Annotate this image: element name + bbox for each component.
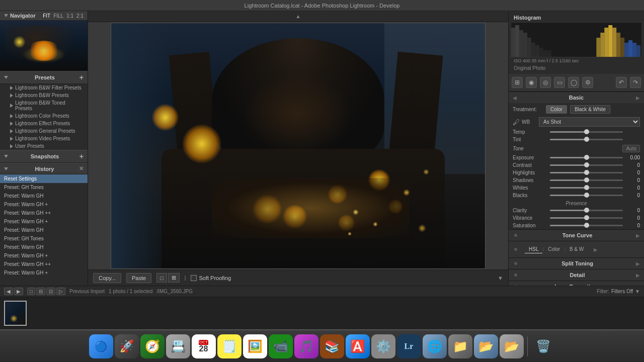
history-item-1[interactable]: Preset: GH Tones [0, 183, 88, 192]
snapshots-header[interactable]: Snapshots + [0, 150, 88, 163]
navigator-thumbnail[interactable] [0, 21, 88, 71]
history-item-9[interactable]: Preset: Warm GH + [0, 251, 88, 260]
exposure-slider[interactable] [550, 157, 623, 158]
main-photo[interactable] [111, 23, 486, 269]
saturation-slider[interactable] [550, 225, 623, 226]
temp-slider[interactable] [550, 131, 623, 133]
nav-next-btn[interactable]: ▶ [14, 288, 23, 295]
history-item-8[interactable]: Preset: Warm GH [0, 243, 88, 251]
preset-item-bw-toned[interactable]: Lightroom B&W Toned Presets [0, 99, 88, 112]
history-item-3[interactable]: Preset: Warm GH + [0, 200, 88, 209]
presets-add-btn[interactable]: + [79, 73, 84, 81]
preset-item-bw[interactable]: Lightroom B&W Presets [0, 92, 88, 99]
filmstrip-thumb-0[interactable] [4, 301, 27, 326]
contrast-slider[interactable] [550, 164, 623, 166]
preset-item-color[interactable]: Lightroom Color Presets [0, 112, 88, 120]
tab-color[interactable]: Color [544, 245, 564, 253]
history-item-0[interactable]: Reset Settings [0, 174, 88, 183]
tab-bw[interactable]: B & W [566, 245, 588, 253]
vibrance-slider[interactable] [550, 217, 623, 219]
history-clear-btn[interactable]: ✕ [79, 165, 84, 172]
folder3-icon[interactable]: 📂 [500, 334, 524, 358]
navigator-header[interactable]: Navigator FIT FILL 1:1 2:1 [0, 11, 88, 21]
presets-header[interactable]: Presets + [0, 71, 88, 84]
split-toning-header[interactable]: Split Toning ▶ [509, 258, 644, 269]
safari-icon[interactable]: 🧭 [140, 334, 165, 358]
highlights-slider[interactable] [550, 172, 623, 173]
crop-tool[interactable]: ⊞ [512, 77, 523, 88]
original-photo-link[interactable]: Original Photo [511, 64, 642, 72]
history-item-10[interactable]: Preset: Warm GH ++ [0, 260, 88, 268]
detail-header[interactable]: Detail ▶ [509, 269, 644, 281]
soft-proof-checkbox[interactable] [191, 275, 197, 281]
auto-tone-btn[interactable]: Auto [622, 145, 640, 152]
bottom-dropdown-arrow[interactable]: ▼ [498, 275, 503, 281]
single-mode-btn[interactable]: □ [27, 288, 35, 295]
redo-icon[interactable]: ↷ [630, 77, 641, 88]
blacks-slider[interactable] [550, 195, 623, 196]
whites-slider[interactable] [550, 187, 623, 189]
single-view-btn[interactable]: □ [156, 273, 167, 283]
graduated-filter-tool[interactable]: ▭ [554, 77, 565, 88]
ibooks-icon[interactable]: 📚 [320, 334, 344, 358]
preset-item-user[interactable]: User Presets [0, 142, 88, 150]
color-treatment-btn[interactable]: Color [546, 105, 567, 114]
soft-proofing-container[interactable]: Soft Proofing [191, 275, 231, 281]
eyedropper-icon[interactable]: 🖋 [513, 118, 520, 126]
zoom-1-1[interactable]: 1:1 [66, 13, 73, 19]
zoom-fit[interactable]: FIT [43, 13, 50, 19]
basic-section-header[interactable]: ◀ Basic ▶ [509, 92, 644, 103]
lightroom-icon[interactable]: Lr [397, 334, 421, 358]
paste-button[interactable]: Paste [126, 273, 151, 283]
folder1-icon[interactable]: 📁 [448, 334, 472, 358]
preset-item-general[interactable]: Lightroom General Presets [0, 127, 88, 135]
zoom-2-1[interactable]: 2:1 [76, 13, 84, 19]
preset-item-effect[interactable]: Lightroom Effect Presets [0, 120, 88, 127]
lens-corrections-header[interactable]: Lens Corrections ▶ [509, 281, 644, 286]
launchpad-icon[interactable]: 🚀 [115, 334, 139, 358]
snapshots-add-btn[interactable]: + [79, 152, 84, 160]
tone-curve-header[interactable]: Tone Curve ▶ [509, 230, 644, 241]
calendar-icon[interactable]: OCT28 [192, 334, 216, 358]
stickies-icon[interactable]: 🗒️ [217, 334, 242, 358]
shadows-slider[interactable] [550, 179, 623, 181]
history-item-11[interactable]: Preset: Warm GH + [0, 268, 88, 277]
preset-item-bw-filter[interactable]: Lightroom B&W Filter Presets [0, 84, 88, 92]
itunes-icon[interactable]: 🎵 [294, 334, 318, 358]
hsl-header[interactable]: HSL / Color / B & W ▶ [509, 241, 644, 257]
history-header[interactable]: History ✕ [0, 163, 88, 174]
zoom-fill[interactable]: FILL [53, 13, 63, 19]
grid-view-btn[interactable]: ⊞ [168, 273, 180, 283]
sysprefs-icon[interactable]: ⚙️ [371, 334, 395, 358]
spot-heal-tool[interactable]: ◉ [526, 77, 537, 88]
copy-button[interactable]: Copy... [93, 273, 121, 283]
adjustment-brush-tool[interactable]: ⚙ [582, 77, 593, 88]
trash-icon[interactable]: 🗑️ [531, 334, 555, 358]
facetime-icon[interactable]: 📹 [269, 334, 293, 358]
compare-mode-btn[interactable]: ⊟ [36, 288, 45, 295]
history-item-6[interactable]: Preset: Warm GH [0, 226, 88, 234]
nav-prev-btn[interactable]: ◀ [4, 288, 13, 295]
folder2-icon[interactable]: 📂 [474, 334, 498, 358]
filters-off-label[interactable]: Filters Off [611, 289, 633, 294]
photos-icon[interactable]: 🖼️ [243, 334, 267, 358]
contacts-icon[interactable]: 📇 [166, 334, 190, 358]
appstore-icon[interactable]: 🅰️ [346, 334, 370, 358]
finder-icon[interactable]: 🔵 [89, 334, 113, 358]
loupe-mode-btn[interactable]: ▷ [56, 288, 65, 295]
bw-treatment-btn[interactable]: Black & White [570, 105, 610, 114]
clarity-slider[interactable] [550, 210, 623, 211]
filter-dropdown-icon[interactable]: ▼ [635, 289, 640, 294]
undo-icon[interactable]: ↶ [616, 77, 627, 88]
history-item-7[interactable]: Preset: GH Tones [0, 234, 88, 243]
radial-filter-tool[interactable]: ◯ [568, 77, 579, 88]
survey-mode-btn[interactable]: ⊡ [46, 288, 55, 295]
red-eye-tool[interactable]: ◎ [540, 77, 551, 88]
history-item-4[interactable]: Preset: Warm GH ++ [0, 209, 88, 217]
unknown-icon[interactable]: 🌐 [423, 334, 447, 358]
history-item-5[interactable]: Preset: Warm GH + [0, 217, 88, 226]
wb-dropdown[interactable]: As Shot Auto Daylight Cloudy Shade Custo… [539, 117, 640, 127]
tint-slider[interactable] [550, 139, 623, 140]
history-item-2[interactable]: Preset: Warm GH [0, 192, 88, 200]
preset-item-video[interactable]: Lightroom Video Presets [0, 135, 88, 142]
